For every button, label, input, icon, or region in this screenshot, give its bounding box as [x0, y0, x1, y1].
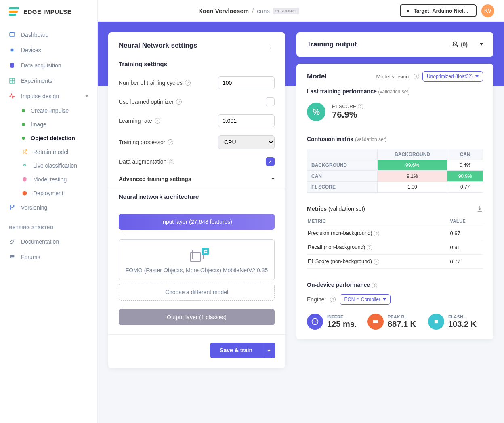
chevron-down-icon	[271, 178, 275, 180]
chip-icon	[405, 8, 410, 14]
shuffle-icon	[22, 149, 27, 155]
svg-point-12	[13, 206, 15, 207]
sub-label: Model testing	[33, 176, 67, 183]
nav-label: Dashboard	[21, 32, 49, 38]
nav-devices[interactable]: Devices	[0, 42, 97, 58]
lr-input[interactable]	[218, 114, 275, 127]
last-perf-header: Last training performance (validation se…	[296, 82, 494, 98]
breadcrumb-user[interactable]: Koen Vervloesem	[198, 7, 249, 14]
sub-label: Create impulse	[31, 107, 69, 114]
sub-image[interactable]: Image	[0, 118, 97, 131]
perf-inference: INFERE…125 ms.	[307, 314, 362, 330]
download-icon[interactable]	[477, 206, 483, 212]
bell-off-icon	[452, 41, 458, 48]
help-icon[interactable]: ?	[372, 283, 377, 288]
training-output-panel: Training output (0)	[296, 32, 494, 57]
sub-object-detection[interactable]: Object detection	[0, 131, 97, 145]
help-icon[interactable]: ?	[168, 139, 173, 145]
avatar[interactable]: KV	[481, 4, 494, 17]
sub-label: Deployment	[33, 190, 63, 196]
lr-label: Learning rate?	[119, 118, 160, 124]
svg-rect-18	[373, 320, 378, 323]
nav-label: Devices	[21, 47, 41, 53]
advanced-settings-toggle[interactable]: Advanced training settings	[108, 170, 285, 188]
nav-experiments[interactable]: Experiments	[0, 73, 97, 88]
model-name: FOMO (Faster Objects, More Objects) Mobi…	[124, 267, 269, 274]
panel-title: Neural Network settings	[119, 42, 197, 50]
sub-live-classification[interactable]: Live classification	[0, 159, 97, 173]
chevron-down-icon	[267, 350, 271, 352]
nav-label: Impulse design	[21, 93, 59, 99]
sub-deployment[interactable]: Deployment	[0, 186, 97, 200]
metrics-table: METRICVALUE Precision (non-background) ?…	[307, 216, 483, 269]
rocket-icon	[9, 238, 15, 245]
nav-label: Experiments	[21, 78, 52, 84]
output-layer[interactable]: Output layer (1 classes)	[119, 309, 275, 325]
dashboard-icon	[9, 32, 15, 38]
processor-select[interactable]: CPU	[218, 135, 275, 149]
nav-dashboard[interactable]: Dashboard	[0, 27, 97, 42]
augment-label: Data augmentation?	[119, 158, 174, 165]
help-icon[interactable]: ?	[358, 104, 363, 109]
svg-rect-19	[435, 320, 438, 323]
arch-header: Neural network architecture	[108, 188, 285, 205]
percent-icon: %	[307, 103, 326, 121]
section-getting-started: GETTING STARTED	[0, 215, 97, 234]
nav-documentation[interactable]: Documentation	[0, 234, 97, 249]
help-icon[interactable]: ?	[330, 297, 336, 302]
target-label: Target: Arduino Nicla Vis…	[414, 8, 471, 14]
sub-create-impulse[interactable]: Create impulse	[0, 104, 97, 118]
save-train-button[interactable]: Save & train	[210, 343, 262, 358]
save-train-dropdown[interactable]	[262, 343, 275, 358]
divider	[124, 234, 270, 234]
help-icon[interactable]: ?	[414, 74, 419, 79]
augment-checkbox[interactable]: ✓	[266, 157, 275, 166]
cycles-input[interactable]	[218, 76, 275, 89]
model-icon: ⇄	[189, 249, 205, 263]
notification-toggle[interactable]: (0)	[452, 41, 468, 48]
help-icon[interactable]: ?	[155, 118, 160, 124]
kebab-menu[interactable]: ⋮	[267, 41, 275, 50]
logo[interactable]: EDGE IMPULSE	[0, 7, 97, 27]
sub-model-testing[interactable]: Model testing	[0, 173, 97, 186]
engine-select[interactable]: EON™ Compiler	[340, 294, 390, 305]
svg-line-8	[23, 150, 24, 151]
topbar: Koen Vervloesem / cans PERSONAL Target: …	[98, 0, 504, 22]
input-layer[interactable]: Input layer (27,648 features)	[119, 214, 275, 230]
version-label: Model version:	[376, 74, 410, 80]
help-icon[interactable]: ?	[169, 159, 174, 164]
choose-model-button[interactable]: Choose a different model	[119, 284, 275, 301]
nn-settings-panel: Neural Network settings ⋮ Training setti…	[108, 32, 285, 368]
target-selector[interactable]: Target: Arduino Nicla Vis…	[400, 4, 477, 17]
status-dot-icon	[22, 123, 25, 126]
svg-rect-14	[190, 253, 201, 261]
f1-label: F1 SCORE?	[332, 104, 363, 109]
swap-icon: ⇄	[202, 248, 209, 255]
model-title: Model	[307, 72, 327, 80]
processor-label: Training processor?	[119, 139, 173, 145]
breadcrumb-project[interactable]: cans	[257, 7, 270, 14]
live-icon	[22, 163, 27, 168]
nav-data-acquisition[interactable]: Data acquisition	[0, 58, 97, 73]
help-icon[interactable]: ?	[176, 99, 182, 105]
model-block[interactable]: ⇄ FOMO (Faster Objects, More Objects) Mo…	[119, 239, 275, 280]
nav-label: Data acquisition	[21, 62, 61, 69]
model-panel: Model Model version: ? Unoptimized (floa…	[296, 64, 494, 339]
help-icon[interactable]: ?	[185, 80, 191, 86]
model-version-select[interactable]: Unoptimized (float32)	[422, 71, 483, 82]
learned-opt-checkbox[interactable]	[266, 97, 275, 106]
svg-point-10	[10, 206, 11, 207]
svg-point-9	[24, 165, 25, 166]
nav-label: Forums	[21, 254, 40, 260]
nav-forums[interactable]: Forums	[0, 249, 97, 265]
nav-versioning[interactable]: Versioning	[0, 200, 97, 215]
status-dot-icon	[22, 109, 25, 112]
chevron-down-icon[interactable]	[480, 43, 483, 46]
ram-icon	[368, 314, 384, 330]
confusion-matrix: BACKGROUNDCAN BACKGROUND99.6%0.4%CAN9.1%…	[307, 149, 483, 193]
sub-retrain-model[interactable]: Retrain model	[0, 145, 97, 159]
chevron-down-icon	[85, 95, 88, 97]
nav-impulse-design[interactable]: Impulse design	[0, 88, 97, 104]
confusion-header: Confusion matrix (validation set)	[296, 129, 494, 145]
advanced-label: Advanced training settings	[119, 176, 191, 182]
